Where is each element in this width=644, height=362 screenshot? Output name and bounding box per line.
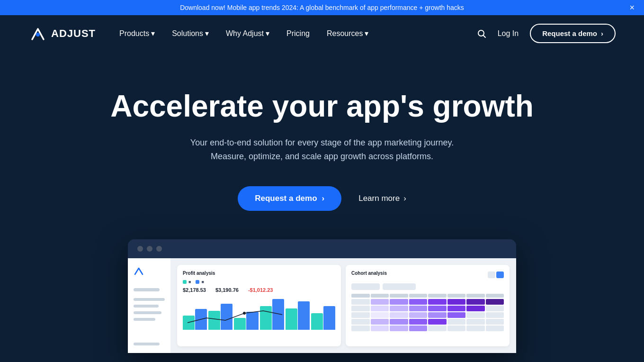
chevron-down-icon: ▾ <box>205 29 209 38</box>
cohort-panel-title: Cohort analysis <box>351 271 387 276</box>
bar-group-3 <box>234 312 258 330</box>
cohort-analysis-panel: Cohort analysis <box>346 265 510 346</box>
bar-teal-3 <box>234 318 246 330</box>
dashboard-content: Profit analysis ■ ■ $ <box>170 258 516 353</box>
bar-group-5 <box>286 301 310 330</box>
nav-request-demo-button[interactable]: Request a demo › <box>530 24 616 43</box>
cohort-row-3 <box>351 312 504 318</box>
announcement-banner: Download now! Mobile app trends 2024: A … <box>0 0 644 15</box>
dashboard-preview-section: Profit analysis ■ ■ $ <box>0 239 644 353</box>
logo[interactable]: ADJUST <box>28 24 96 43</box>
profit-chart <box>183 297 335 330</box>
cohort-row-1 <box>351 299 504 305</box>
bar-group-1 <box>183 309 207 330</box>
cohort-table-header <box>351 294 504 298</box>
cohort-row-5 <box>351 326 504 331</box>
bar-blue-6 <box>323 306 335 330</box>
cohort-toggle-list <box>488 272 495 278</box>
login-button[interactable]: Log In <box>498 29 519 38</box>
chevron-down-icon: ▾ <box>365 29 368 38</box>
hero-learn-more-button[interactable]: Learn more › <box>358 194 406 203</box>
sidebar-line-1 <box>134 288 160 291</box>
profit-legends: ■ ■ <box>183 280 335 284</box>
dashboard-logo <box>134 266 144 279</box>
bar-teal-1 <box>183 316 195 330</box>
cohort-view-toggle <box>488 272 504 278</box>
sidebar-nav-item-2 <box>134 305 159 308</box>
svg-point-1 <box>36 33 40 36</box>
profit-panel-title: Profit analysis <box>183 271 335 276</box>
bar-blue-4 <box>272 299 284 330</box>
cohort-header-cell <box>351 294 370 298</box>
cohort-row-2 <box>351 306 504 311</box>
bar-group-6 <box>311 306 335 330</box>
window-titlebar <box>128 239 516 258</box>
legend-dot-blue <box>196 280 199 284</box>
bar-teal-6 <box>311 313 323 330</box>
cohort-filters <box>351 283 504 290</box>
cohort-header-cell <box>428 294 447 298</box>
bar-group-2 <box>208 304 233 330</box>
cohort-row-4 <box>351 319 504 325</box>
dashboard-body: Profit analysis ■ ■ $ <box>128 258 516 353</box>
bar-blue-5 <box>298 301 310 330</box>
nav-actions: Log In Request a demo › <box>477 24 616 43</box>
window-dot-3 <box>156 246 162 252</box>
bar-group-4 <box>260 299 284 330</box>
main-nav: ADJUST Products ▾ Solutions ▾ Why Adjust… <box>0 15 644 52</box>
bar-teal-2 <box>208 311 220 330</box>
svg-line-3 <box>483 35 485 37</box>
banner-close-button[interactable]: × <box>629 3 635 12</box>
cohort-header-cell <box>447 294 466 298</box>
arrow-right-icon: › <box>322 194 325 203</box>
profit-values: $2,178.53 $3,190.76 -$1,012.23 <box>183 287 335 293</box>
bar-teal-5 <box>286 308 297 330</box>
legend-blue: ■ <box>196 280 204 284</box>
window-dot-1 <box>137 246 143 252</box>
nav-link-resources[interactable]: Resources ▾ <box>327 29 368 38</box>
dashboard-window: Profit analysis ■ ■ $ <box>128 239 516 353</box>
banner-text: Download now! Mobile app trends 2024: A … <box>180 4 464 11</box>
logo-icon <box>28 24 47 43</box>
arrow-right-icon: › <box>403 194 406 203</box>
cohort-header-cell <box>486 294 504 298</box>
nav-links: Products ▾ Solutions ▾ Why Adjust ▾ Pric… <box>119 29 477 38</box>
sidebar-nav-item-4 <box>134 318 155 321</box>
nav-link-solutions[interactable]: Solutions ▾ <box>172 29 209 38</box>
cohort-header-cell <box>390 294 408 298</box>
cohort-header: Cohort analysis <box>351 271 504 280</box>
dashboard-sidebar <box>128 258 170 353</box>
cohort-dimension-filter <box>383 283 416 290</box>
cohort-metric-filter <box>351 283 380 290</box>
profit-value-3: -$1,012.23 <box>248 287 273 293</box>
nav-link-pricing[interactable]: Pricing <box>286 29 310 38</box>
nav-link-why-adjust[interactable]: Why Adjust ▾ <box>226 29 269 38</box>
hero-section: Accelerate your app's growth Your end-to… <box>0 52 644 239</box>
chevron-down-icon: ▾ <box>266 29 269 38</box>
arrow-right-icon: › <box>601 29 603 37</box>
cohort-table-body <box>351 299 504 331</box>
hero-actions: Request a demo › Learn more › <box>19 186 625 211</box>
legend-teal: ■ <box>183 280 191 284</box>
search-button[interactable] <box>477 29 486 38</box>
bar-blue-3 <box>246 312 258 330</box>
profit-value-1: $2,178.53 <box>183 287 206 293</box>
bar-blue-2 <box>221 304 233 330</box>
cohort-header-cell <box>409 294 428 298</box>
cohort-header-cell <box>371 294 389 298</box>
nav-link-products[interactable]: Products ▾ <box>119 29 155 38</box>
search-icon <box>477 29 486 38</box>
legend-dot-teal <box>183 280 187 284</box>
bar-chart <box>183 297 335 330</box>
window-dot-2 <box>147 246 152 252</box>
sidebar-nav-item-3 <box>134 311 161 314</box>
logo-text: ADJUST <box>51 27 96 40</box>
sidebar-bottom-item <box>134 343 160 345</box>
bar-teal-4 <box>260 306 272 330</box>
cohort-toggle-grid <box>496 272 504 278</box>
chevron-down-icon: ▾ <box>151 29 155 38</box>
bar-blue-1 <box>195 309 207 330</box>
hero-request-demo-button[interactable]: Request a demo › <box>238 186 341 211</box>
hero-subtitle: Your end-to-end solution for every stage… <box>175 136 469 163</box>
cohort-header-cell <box>466 294 485 298</box>
